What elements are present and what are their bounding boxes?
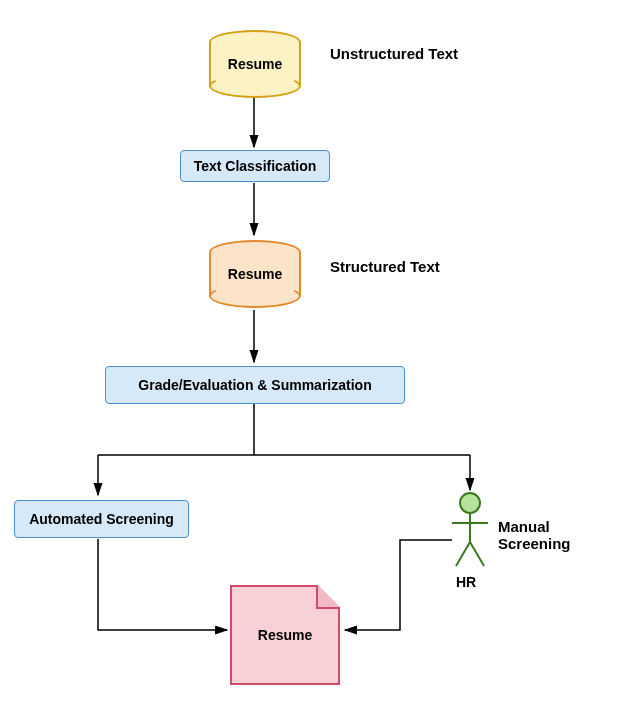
resume-structured-cylinder: Resume: [209, 252, 301, 296]
resume-structured-label: Resume: [228, 266, 282, 282]
automated-screening-label: Automated Screening: [29, 511, 174, 527]
svg-line-11: [470, 542, 484, 566]
hr-person-icon: [450, 492, 490, 570]
automated-screening-box: Automated Screening: [14, 500, 189, 538]
resume-document-label: Resume: [258, 627, 312, 643]
text-classification-box: Text Classification: [180, 150, 330, 182]
unstructured-text-label: Unstructured Text: [330, 45, 458, 62]
grade-evaluation-label: Grade/Evaluation & Summarization: [138, 377, 371, 393]
resume-source-label: Resume: [228, 56, 282, 72]
resume-source-cylinder: Resume: [209, 42, 301, 86]
resume-document: Resume: [230, 585, 340, 685]
svg-line-10: [456, 542, 470, 566]
svg-point-7: [460, 493, 480, 513]
grade-evaluation-box: Grade/Evaluation & Summarization: [105, 366, 405, 404]
manual-screening-label: Manual Screening: [498, 518, 620, 552]
hr-label: HR: [456, 574, 476, 590]
structured-text-label: Structured Text: [330, 258, 440, 275]
text-classification-label: Text Classification: [194, 158, 317, 174]
